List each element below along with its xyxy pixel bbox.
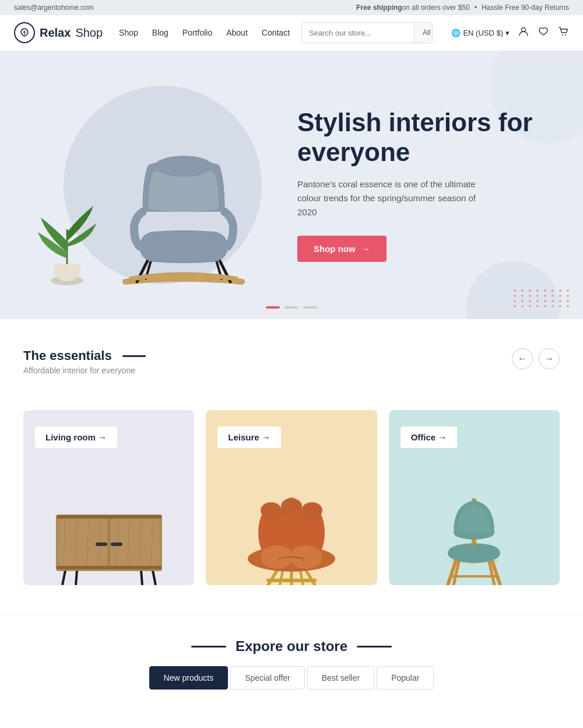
living-room-label: Living room → bbox=[45, 432, 107, 442]
hero-dots-decoration bbox=[514, 289, 571, 307]
svg-line-35 bbox=[300, 570, 303, 585]
essentials-subtitle: Affordable interior for everyone bbox=[23, 366, 146, 375]
cart-icon[interactable] bbox=[557, 26, 569, 40]
essentials-header: The essentials Affordable interior for e… bbox=[23, 348, 560, 375]
svg-line-32 bbox=[268, 570, 277, 585]
lang-chevron: ▾ bbox=[505, 29, 510, 37]
svg-line-13 bbox=[153, 570, 156, 585]
search-input[interactable] bbox=[302, 23, 414, 43]
leisure-button[interactable]: Leisure → bbox=[217, 426, 281, 448]
svg-rect-30 bbox=[57, 515, 161, 519]
topbar-right: Free shippingon all orders over $50 • Ha… bbox=[356, 4, 569, 12]
indicator-2[interactable] bbox=[285, 306, 298, 309]
svg-rect-28 bbox=[96, 542, 107, 546]
topbar-bullet: • bbox=[475, 4, 477, 12]
plant-decoration bbox=[35, 183, 99, 290]
nav-contact[interactable]: Contact bbox=[262, 28, 290, 37]
leisure-label: Leisure → bbox=[228, 432, 271, 442]
flag-icon: 🌐 bbox=[451, 29, 461, 37]
explore-line-left bbox=[191, 646, 226, 648]
category-card-living: Living room → bbox=[23, 410, 194, 585]
hero-headline: Stylish interiors for everyone bbox=[297, 108, 548, 167]
essentials-title: The essentials Affordable interior for e… bbox=[23, 348, 146, 375]
logo-relax: Relax bbox=[40, 26, 71, 40]
tab-best-seller[interactable]: Best seller bbox=[307, 666, 374, 690]
nav-about[interactable]: About bbox=[226, 28, 248, 37]
svg-line-12 bbox=[62, 570, 65, 585]
essentials-section: The essentials Affordable interior for e… bbox=[0, 319, 583, 410]
logo-icon bbox=[14, 22, 35, 43]
tab-popular[interactable]: Popular bbox=[377, 666, 434, 690]
carousel-nav: ← → bbox=[512, 348, 560, 369]
top-bar: sales@argentohome.com Free shippingon al… bbox=[0, 0, 583, 15]
svg-line-14 bbox=[76, 570, 77, 585]
svg-line-15 bbox=[141, 570, 142, 585]
tab-special-offer[interactable]: Special offer bbox=[230, 666, 305, 690]
title-line-deco bbox=[122, 355, 146, 357]
hero-banner: Stylish interiors for everyone Pantone's… bbox=[0, 51, 583, 319]
wishlist-icon[interactable] bbox=[538, 26, 549, 40]
category-card-leisure: Leisure → bbox=[206, 410, 377, 585]
nav-shop[interactable]: Shop bbox=[119, 28, 138, 37]
topbar-shipping-label: Free shippingon all orders over $50 bbox=[356, 4, 470, 12]
svg-point-3 bbox=[562, 34, 563, 36]
svg-line-34 bbox=[280, 570, 283, 585]
search-bar: All categories ▾ bbox=[301, 22, 433, 43]
svg-line-33 bbox=[306, 570, 315, 585]
indicator-3[interactable] bbox=[303, 306, 317, 309]
leisure-image bbox=[217, 448, 365, 585]
topbar-email: sales@argentohome.com bbox=[14, 4, 94, 12]
svg-point-46 bbox=[301, 502, 322, 519]
living-room-image bbox=[35, 448, 182, 585]
office-image bbox=[401, 448, 548, 585]
explore-tabs: New products Special offer Best seller P… bbox=[23, 666, 560, 690]
prev-arrow[interactable]: ← bbox=[512, 348, 533, 369]
language-selector[interactable]: 🌐 EN (USD $) ▾ bbox=[451, 29, 510, 37]
category-card-office: Office → bbox=[389, 410, 560, 585]
svg-point-11 bbox=[154, 156, 213, 177]
nav-blog[interactable]: Blog bbox=[152, 28, 168, 37]
office-label: Office → bbox=[411, 432, 447, 442]
office-button[interactable]: Office → bbox=[401, 426, 458, 448]
hero-left bbox=[0, 51, 286, 319]
next-arrow[interactable]: → bbox=[539, 348, 560, 369]
explore-section: Expore our store New products Special of… bbox=[0, 614, 583, 707]
svg-point-45 bbox=[281, 498, 302, 514]
explore-line-right bbox=[357, 646, 392, 648]
logo[interactable]: RelaxShop bbox=[14, 22, 103, 43]
hero-right: Stylish interiors for everyone Pantone's… bbox=[286, 85, 583, 285]
hero-chair-image bbox=[90, 118, 277, 307]
shop-now-button[interactable]: Shop now → bbox=[297, 236, 387, 262]
svg-rect-31 bbox=[57, 566, 161, 569]
arrow-icon: → bbox=[361, 244, 370, 254]
explore-heading: Expore our store bbox=[191, 638, 392, 654]
svg-point-44 bbox=[261, 502, 282, 519]
category-cards: Living room → bbox=[0, 410, 583, 614]
topbar-hassle: Hassle Free 90-day Returns bbox=[482, 4, 569, 12]
svg-point-4 bbox=[565, 34, 566, 36]
lang-label: EN (USD $) bbox=[463, 29, 503, 37]
svg-rect-29 bbox=[111, 542, 122, 546]
user-icon[interactable] bbox=[518, 26, 529, 40]
main-nav: Shop Blog Portfolio About Contact bbox=[119, 28, 290, 37]
header: RelaxShop Shop Blog Portfolio About Cont… bbox=[0, 15, 583, 51]
hero-subtext: Pantone's coral essence is one of the ul… bbox=[297, 177, 496, 219]
header-icons: 🌐 EN (USD $) ▾ bbox=[451, 26, 569, 40]
living-room-button[interactable]: Living room → bbox=[35, 426, 117, 448]
nav-portfolio[interactable]: Portfolio bbox=[182, 28, 212, 37]
category-select[interactable]: All categories ▾ bbox=[414, 23, 433, 43]
logo-shop: Shop bbox=[75, 26, 103, 40]
tab-new-products[interactable]: New products bbox=[149, 666, 229, 690]
essentials-heading: The essentials bbox=[23, 348, 146, 363]
